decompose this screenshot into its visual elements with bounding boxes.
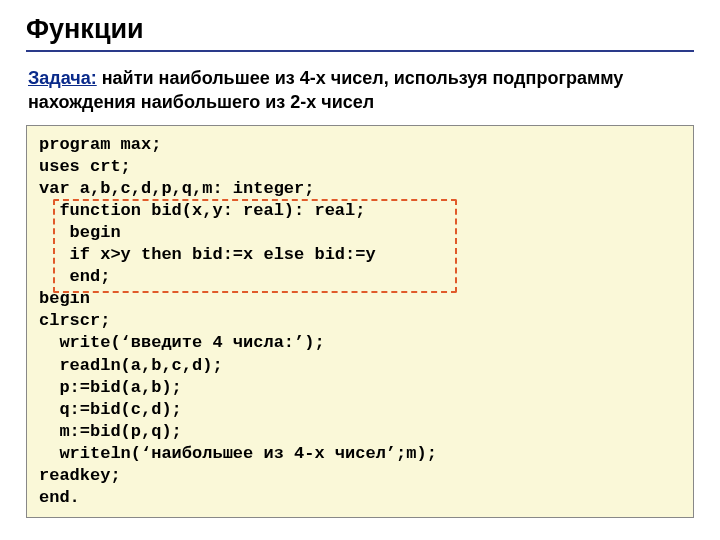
code-line: begin xyxy=(39,222,681,244)
code-line: q:=bid(c,d); xyxy=(39,399,681,421)
code-line: uses crt; xyxy=(39,156,681,178)
code-line: end; xyxy=(39,266,681,288)
code-line: readln(a,b,c,d); xyxy=(39,355,681,377)
code-line: writeln(‘наибольшее из 4-х чисел’;m); xyxy=(39,443,681,465)
task-text: найти наибольшее из 4-х чисел, используя… xyxy=(28,68,623,112)
code-line: p:=bid(a,b); xyxy=(39,377,681,399)
code-block: program max; uses crt; var a,b,c,d,p,q,m… xyxy=(26,125,694,519)
code-line: var a,b,c,d,p,q,m: integer; xyxy=(39,178,681,200)
code-line: function bid(x,y: real): real; xyxy=(39,200,681,222)
code-line: if x>y then bid:=x else bid:=y xyxy=(39,244,681,266)
slide: Функции Задача: найти наибольшее из 4-х … xyxy=(0,0,720,536)
code-line: end. xyxy=(39,487,681,509)
task-statement: Задача: найти наибольшее из 4-х чисел, и… xyxy=(26,66,694,115)
code-line: write(‘введите 4 числа:’); xyxy=(39,332,681,354)
page-title: Функции xyxy=(26,14,694,52)
code-line: readkey; xyxy=(39,465,681,487)
code-line: begin xyxy=(39,288,681,310)
code-line: clrscr; xyxy=(39,310,681,332)
code-line: m:=bid(p,q); xyxy=(39,421,681,443)
code-line: program max; xyxy=(39,134,681,156)
task-label: Задача: xyxy=(28,68,97,88)
